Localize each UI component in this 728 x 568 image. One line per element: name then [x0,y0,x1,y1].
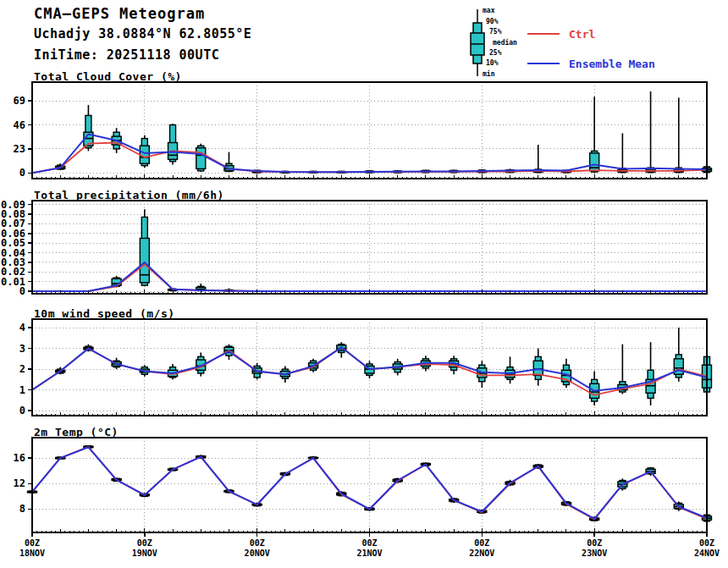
meteogram-chart: 023466900.010.020.030.040.050.060.070.08… [0,0,728,568]
svg-text:0: 0 [19,167,25,179]
svg-text:2: 2 [19,363,25,375]
svg-text:46: 46 [14,119,25,131]
svg-text:00Z: 00Z [587,538,602,548]
svg-text:00Z: 00Z [361,538,377,548]
svg-text:23: 23 [14,143,25,155]
svg-text:0: 0 [19,405,25,416]
svg-text:12: 12 [14,477,25,489]
svg-text:69: 69 [14,95,25,107]
svg-text:00Z: 00Z [474,538,489,548]
svg-text:00Z: 00Z [137,538,152,548]
svg-text:00Z: 00Z [699,538,714,548]
svg-text:4: 4 [19,322,25,334]
svg-text:24NOV: 24NOV [694,549,720,558]
meteogram-page: CMA—GEPS Meteogram Uchadjy 38.0884°N 62.… [0,0,728,568]
svg-text:19NOV: 19NOV [132,549,157,558]
svg-text:16: 16 [14,452,25,464]
svg-text:1: 1 [19,384,25,396]
svg-text:8: 8 [19,503,25,515]
svg-text:0.09: 0.09 [1,199,25,211]
svg-text:21NOV: 21NOV [356,549,382,558]
svg-text:20NOV: 20NOV [245,549,270,558]
svg-text:22NOV: 22NOV [469,549,494,558]
svg-text:23NOV: 23NOV [582,549,607,558]
svg-text:00Z: 00Z [25,538,40,548]
svg-text:18NOV: 18NOV [19,549,45,558]
svg-text:00Z: 00Z [250,538,265,548]
svg-text:3: 3 [19,343,25,355]
